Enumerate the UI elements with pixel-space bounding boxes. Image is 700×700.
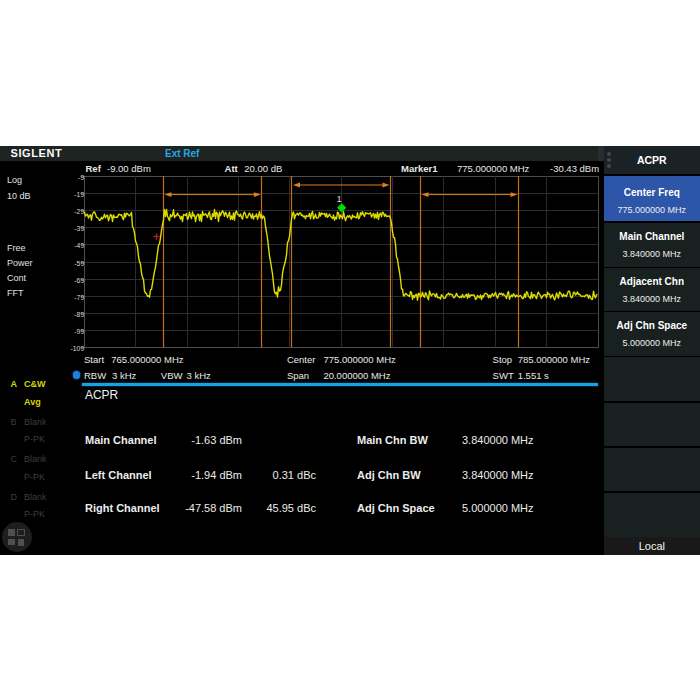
svg-text:-89: -89 bbox=[74, 311, 84, 318]
svg-text:-99: -99 bbox=[74, 328, 84, 335]
svg-text:-79: -79 bbox=[74, 294, 84, 301]
svg-text:-59: -59 bbox=[74, 260, 84, 267]
svg-text:-69: -69 bbox=[74, 277, 84, 284]
svg-text:-9: -9 bbox=[78, 174, 84, 181]
svg-text:-49: -49 bbox=[74, 242, 84, 249]
svg-text:-109: -109 bbox=[71, 345, 85, 352]
svg-text:-29: -29 bbox=[74, 208, 84, 215]
svg-text:-39: -39 bbox=[74, 225, 84, 232]
svg-text:-19: -19 bbox=[74, 191, 84, 198]
svg-text:1: 1 bbox=[337, 194, 342, 204]
